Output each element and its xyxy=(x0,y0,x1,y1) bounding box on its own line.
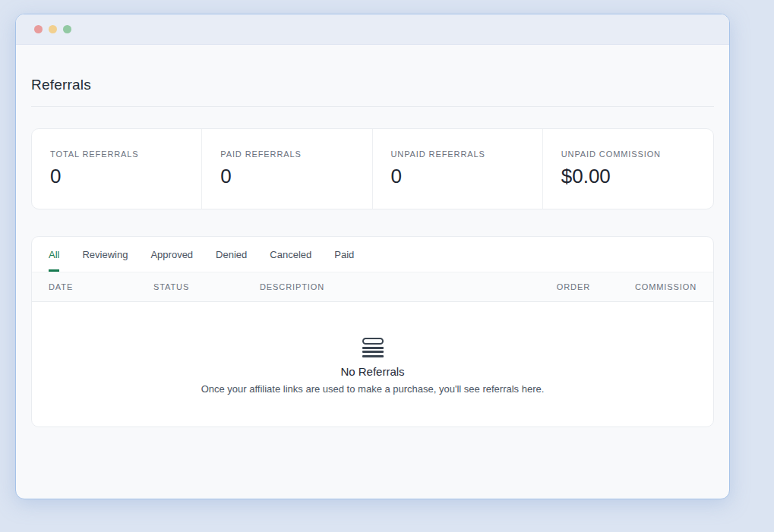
close-button[interactable] xyxy=(34,25,43,33)
stat-value: 0 xyxy=(50,165,183,188)
column-header-commission: Commission xyxy=(590,282,697,291)
maximize-button[interactable] xyxy=(63,25,71,33)
referrals-tabs: All Reviewing Approved Denied Canceled P… xyxy=(32,237,713,272)
rows-stack-icon xyxy=(362,338,384,357)
column-header-description: Description xyxy=(260,282,507,291)
stat-value: 0 xyxy=(220,165,353,188)
header-divider xyxy=(31,106,714,107)
page-content: Referrals Total Referrals 0 Paid Referra… xyxy=(16,45,729,427)
stats-card: Total Referrals 0 Paid Referrals 0 Unpai… xyxy=(31,128,714,209)
stat-label: Unpaid Referrals xyxy=(391,150,524,159)
empty-state: No Referrals Once your affiliate links a… xyxy=(32,302,713,427)
tab-all[interactable]: All xyxy=(49,237,59,272)
stat-label: Paid Referrals xyxy=(220,150,353,159)
column-header-order: Order xyxy=(507,282,590,291)
empty-state-message: Once your affiliate links are used to ma… xyxy=(47,383,698,395)
column-header-date: Date xyxy=(49,282,153,291)
app-window: Referrals Total Referrals 0 Paid Referra… xyxy=(15,14,730,499)
stat-label: Unpaid Commission xyxy=(561,150,695,159)
empty-state-title: No Referrals xyxy=(47,365,698,378)
page-title: Referrals xyxy=(31,45,714,93)
stat-card-total-referrals: Total Referrals 0 xyxy=(32,129,202,209)
tab-approved[interactable]: Approved xyxy=(150,237,193,272)
stat-card-unpaid-commission: Unpaid Commission $0.00 xyxy=(543,129,713,209)
minimize-button[interactable] xyxy=(49,25,57,33)
table-header: Date Status Description Order Commission xyxy=(32,272,713,302)
column-header-status: Status xyxy=(153,282,260,291)
tab-denied[interactable]: Denied xyxy=(216,237,247,272)
stat-card-paid-referrals: Paid Referrals 0 xyxy=(202,129,372,209)
stat-value: 0 xyxy=(391,165,524,188)
tab-paid[interactable]: Paid xyxy=(334,237,354,272)
tab-canceled[interactable]: Canceled xyxy=(270,237,311,272)
stat-value: $0.00 xyxy=(561,165,695,188)
referrals-card: All Reviewing Approved Denied Canceled P… xyxy=(31,236,714,427)
tab-reviewing[interactable]: Reviewing xyxy=(82,237,128,272)
window-titlebar xyxy=(16,14,729,45)
stat-card-unpaid-referrals: Unpaid Referrals 0 xyxy=(373,129,543,209)
stat-label: Total Referrals xyxy=(50,150,183,159)
